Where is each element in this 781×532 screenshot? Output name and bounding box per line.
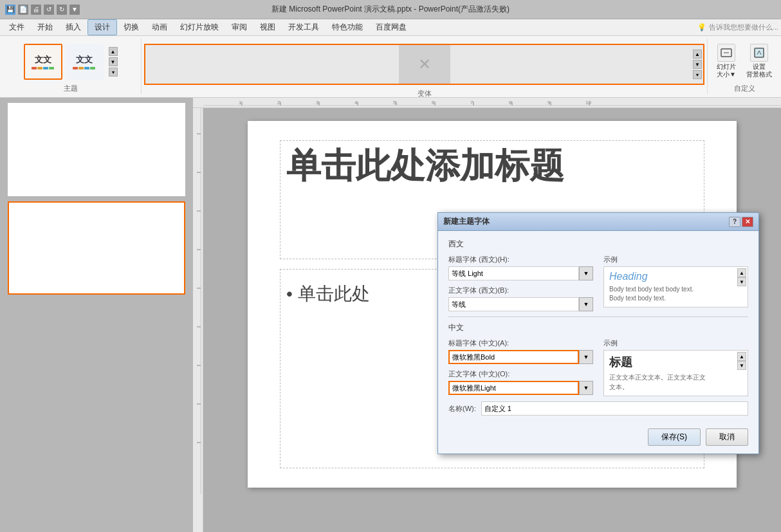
variant-item-1[interactable]: ✕ — [399, 45, 450, 84]
chinese-preview-label: 示例 — [603, 338, 748, 348]
heading-font-label: 标题字体 (西文)(H): — [448, 255, 593, 264]
ribbon: 文文 文文 ▲ ▼ — [0, 36, 781, 98]
svg-text:8: 8 — [509, 100, 512, 105]
dialog-close-btn[interactable]: ✕ — [742, 217, 753, 227]
print-icon[interactable]: 🖨 — [31, 5, 41, 15]
chinese-preview-box: 标题 正文文本正文文本。正文文本正文 文本。 ▲ ▼ — [603, 350, 748, 396]
variant-scroll-up[interactable]: ▲ — [693, 50, 702, 59]
menu-bar: 文件 开始 插入 设计 切换 动画 幻灯片放映 审阅 视图 开发工具 特色功能 … — [0, 19, 781, 36]
menu-design[interactable]: 设计 — [87, 19, 117, 35]
menu-devtools[interactable]: 开发工具 — [282, 20, 326, 35]
name-input[interactable] — [481, 401, 748, 416]
menu-slideshow[interactable]: 幻灯片放映 — [174, 20, 225, 35]
ruler-horizontal: 1 2 3 4 5 6 7 8 9 10 — [193, 98, 781, 108]
menu-baidu[interactable]: 百度网盘 — [369, 20, 413, 35]
western-scroll-down[interactable]: ▼ — [737, 277, 746, 286]
slide-body-placeholder[interactable]: • 单击此处 — [286, 282, 370, 306]
slide-size-icon — [717, 44, 735, 62]
variant-x-icon: ✕ — [418, 55, 431, 73]
menu-home[interactable]: 开始 — [31, 20, 59, 35]
heading-font-zh-input-row: ▼ — [448, 350, 593, 364]
dialog-title: 新建主题字体 — [443, 216, 729, 227]
menu-search[interactable]: 💡 告诉我您想要做什么... — [697, 23, 778, 32]
menu-special[interactable]: 特色功能 — [326, 20, 369, 35]
preview-heading-zh: 标题 — [609, 354, 742, 370]
chinese-preview-col: 示例 标题 正文文本正文文本。正文文本正文 文本。 ▲ ▼ — [603, 338, 748, 396]
svg-text:3: 3 — [316, 100, 319, 105]
title-bar: 💾 📄 🖨 ↺ ↻ ▼ 新建 Microsoft PowerPoint 演示文稿… — [0, 0, 781, 19]
western-form-row: 标题字体 (西文)(H): ▼ 正文字体 (西文)(B): ▼ 示例 — [448, 255, 748, 311]
variants-scroll: ▲ ▼ ▾ — [693, 50, 702, 79]
undo-icon[interactable]: ↺ — [44, 5, 54, 15]
dialog-body: 西文 标题字体 (西文)(H): ▼ 正文字体 (西文)(B): ▼ — [438, 231, 758, 423]
dialog-footer: 保存(S) 取消 — [438, 423, 758, 454]
menu-insert[interactable]: 插入 — [59, 20, 87, 35]
western-preview-scroll: ▲ ▼ — [737, 268, 746, 286]
menu-animations[interactable]: 动画 — [145, 20, 174, 35]
svg-text:5: 5 — [393, 100, 396, 105]
chinese-scroll-down[interactable]: ▼ — [737, 361, 746, 370]
preview-heading-western: Heading — [609, 271, 742, 282]
redo-icon[interactable]: ↻ — [57, 5, 67, 15]
menu-file[interactable]: 文件 — [3, 20, 31, 35]
slide-thumb-1[interactable] — [8, 103, 185, 196]
heading-font-zh-dropdown[interactable]: ▼ — [579, 350, 593, 364]
theme-scroll-up[interactable]: ▲ — [109, 47, 118, 56]
western-preview-label: 示例 — [603, 255, 748, 264]
customize-label: 自定义 — [734, 82, 755, 93]
heading-font-zh-label: 标题字体 (中文)(A): — [448, 338, 593, 348]
theme-scroll-more[interactable]: ▾ — [109, 68, 118, 77]
theme-scroll-down[interactable]: ▼ — [109, 57, 118, 66]
variants-section: ✕ ▲ ▼ ▾ — [144, 44, 704, 85]
save-button[interactable]: 保存(S) — [648, 428, 701, 446]
body-font-zh-input[interactable] — [448, 381, 579, 395]
chinese-font-col: 标题字体 (中文)(A): ▼ 正文字体 (中文)(O): ▼ — [448, 338, 593, 396]
heading-font-zh-input[interactable] — [448, 350, 579, 364]
heading-font-col: 标题字体 (西文)(H): ▼ 正文字体 (西文)(B): ▼ — [448, 255, 593, 311]
bg-format-button[interactable]: 设置背景格式 — [742, 41, 776, 81]
theme-bars-2 — [73, 67, 95, 69]
heading-font-input-row: ▼ — [448, 266, 593, 280]
save-icon[interactable]: 💾 — [5, 5, 15, 15]
svg-text:10: 10 — [585, 100, 591, 105]
svg-rect-2 — [755, 48, 764, 57]
slide-size-button[interactable]: 幻灯片大小▼ — [713, 41, 740, 81]
svg-text:2: 2 — [277, 100, 280, 105]
chinese-preview-scroll: ▲ ▼ — [737, 352, 746, 370]
cancel-button[interactable]: 取消 — [706, 428, 748, 446]
bg-format-icon — [750, 44, 768, 62]
heading-font-input[interactable] — [448, 266, 579, 280]
slide-thumb-2[interactable] — [8, 201, 185, 295]
section-divider — [448, 316, 748, 317]
theme-card-1[interactable]: 文文 — [24, 44, 62, 80]
chinese-scroll-up[interactable]: ▲ — [737, 352, 746, 361]
variant-scroll-down[interactable]: ▼ — [693, 60, 702, 69]
slide-title-placeholder[interactable]: 单击此处添加标题 — [286, 147, 698, 185]
menu-transitions[interactable]: 切换 — [117, 20, 145, 35]
heading-font-dropdown[interactable]: ▼ — [579, 266, 593, 280]
theme-card-2[interactable]: 文文 — [65, 44, 104, 80]
dialog-help-btn[interactable]: ? — [729, 217, 740, 227]
variant-scroll-more[interactable]: ▾ — [693, 70, 702, 79]
body-font-dropdown[interactable]: ▼ — [579, 297, 593, 311]
slide-panel — [0, 98, 193, 532]
dialog-controls: ? ✕ — [729, 217, 753, 227]
body-font-label: 正文字体 (西文)(B): — [448, 286, 593, 295]
open-icon[interactable]: 📄 — [18, 5, 28, 15]
theme-text-2: 文文 — [76, 54, 93, 66]
body-font-zh-dropdown[interactable]: ▼ — [579, 381, 593, 395]
theme-text-1: 文文 — [35, 54, 51, 66]
menu-review[interactable]: 审阅 — [225, 20, 253, 35]
theme-group-label: 主题 — [64, 82, 78, 93]
new-theme-fonts-dialog[interactable]: 新建主题字体 ? ✕ 西文 标题字体 (西文)(H): ▼ 正文字体 (西文)(… — [437, 212, 759, 454]
body-font-zh-label: 正文字体 (中文)(O): — [448, 369, 593, 379]
body-font-input[interactable] — [448, 297, 579, 311]
window-title: 新建 Microsoft PowerPoint 演示文稿.pptx - Powe… — [271, 4, 510, 15]
ruler-vertical — [193, 108, 203, 532]
svg-text:6: 6 — [432, 100, 435, 105]
more-icon[interactable]: ▼ — [69, 5, 80, 15]
body-font-zh-input-row: ▼ — [448, 381, 593, 395]
menu-view[interactable]: 视图 — [253, 20, 282, 35]
western-scroll-up[interactable]: ▲ — [737, 268, 746, 277]
preview-body-zh: 正文文本正文文本。正文文本正文 文本。 — [609, 372, 742, 392]
